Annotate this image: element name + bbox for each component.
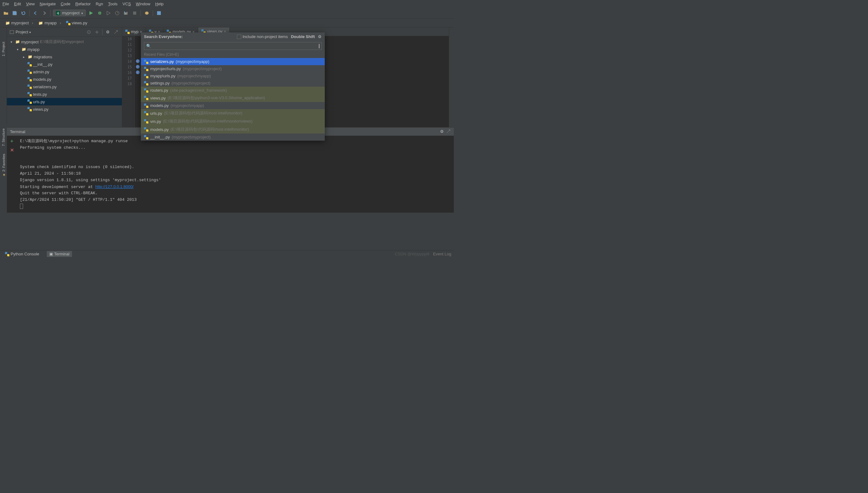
menu-code[interactable]: Code xyxy=(61,2,70,6)
event-log-link[interactable]: Event Log xyxy=(433,252,451,256)
tree-row[interactable]: ▾ myprojectE:\项目源码包\myproject xyxy=(7,38,122,45)
python-icon xyxy=(5,252,9,256)
profile-icon[interactable] xyxy=(114,10,120,17)
open-icon[interactable] xyxy=(2,10,9,17)
bottom-tab-python-console[interactable]: Python Console xyxy=(2,251,42,257)
line-number: 13 xyxy=(122,53,134,59)
server-url-link[interactable]: http://127.0.0.1:8000/ xyxy=(95,184,134,189)
tree-row[interactable]: __init__.py xyxy=(7,61,122,68)
target-icon[interactable] xyxy=(85,29,92,36)
chevron-down-icon xyxy=(29,29,31,34)
tree-row[interactable]: admin.py xyxy=(7,68,122,76)
svg-rect-7 xyxy=(10,30,14,34)
new-session-icon[interactable]: + xyxy=(10,138,14,145)
search-input[interactable] xyxy=(151,44,319,48)
left-tab-favorites[interactable]: ★2: Favorites xyxy=(1,150,6,180)
breadcrumb-item[interactable]: myapp xyxy=(36,20,64,26)
hide-icon[interactable] xyxy=(446,129,451,134)
search-result-row[interactable]: serializers.py (myproject\myapp) xyxy=(141,58,325,65)
run-config-label: myproject xyxy=(62,10,80,15)
run-config-dropdown[interactable]: dj myproject xyxy=(53,10,86,16)
left-tab-structure[interactable]: 7: Structure xyxy=(1,125,6,150)
gutter-mark-1[interactable] xyxy=(135,59,140,65)
tree-row[interactable]: ▾ myapp xyxy=(7,45,122,53)
search-input-wrap[interactable]: 🔍 xyxy=(144,42,321,50)
search-result-row[interactable]: vm.py (E:\项目源码包\代码源码\host-intell\monitor… xyxy=(141,117,325,125)
settings-icon[interactable] xyxy=(143,10,150,17)
hide-icon[interactable] xyxy=(112,29,119,36)
menu-vcs[interactable]: VCS xyxy=(123,2,131,6)
manage-py-icon[interactable] xyxy=(156,10,162,17)
python-icon xyxy=(27,62,32,66)
gutter-mark-2[interactable] xyxy=(135,64,140,70)
shortcut-hint: Double Shift xyxy=(291,34,315,39)
debug-icon[interactable] xyxy=(96,10,103,17)
search-result-row[interactable]: views.py (E:\项目源码包\python3-vue-V3.0.3\ho… xyxy=(141,94,325,102)
gear-icon[interactable] xyxy=(440,129,444,134)
project-tree[interactable]: ▾ myprojectE:\项目源码包\myproject▾ myapp▸ mi… xyxy=(7,37,122,127)
python-icon xyxy=(27,77,32,81)
folder-icon xyxy=(38,21,43,26)
gear-icon[interactable] xyxy=(105,29,111,36)
search-result-row[interactable]: urls.py (E:\项目源码包\代码源码\host-intell\monit… xyxy=(141,109,325,117)
search-result-row[interactable]: models.py (E:\项目源码包\代码源码\host-intell\mon… xyxy=(141,125,325,133)
project-header: Project xyxy=(7,27,122,37)
checkbox-icon[interactable] xyxy=(237,35,241,39)
terminal-content[interactable]: E:\项目源码包\myproject>python manage.py runs… xyxy=(17,136,454,213)
tree-row[interactable]: models.py xyxy=(7,76,122,83)
menu-view[interactable]: View xyxy=(26,2,35,6)
menubar: File Edit View Navigate Code Refactor Ru… xyxy=(0,0,454,7)
tree-row[interactable]: serializers.py xyxy=(7,83,122,90)
tree-row[interactable]: tests.py xyxy=(7,90,122,98)
menu-refactor[interactable]: Refactor xyxy=(75,2,91,6)
search-result-row[interactable]: settings.py (myproject\myproject) xyxy=(141,80,325,87)
breadcrumb: myprojectmyappviews.py xyxy=(0,19,454,27)
tree-row[interactable]: ▸ migrations xyxy=(7,53,122,61)
left-tool-gutter: 1: Project xyxy=(0,27,7,127)
search-result-row[interactable]: myapp\urls.py (myproject\myapp) xyxy=(141,72,325,80)
run-icon[interactable] xyxy=(88,10,94,17)
include-nonproject-check[interactable]: Include non-project items xyxy=(237,34,288,39)
line-number: 17 xyxy=(122,76,134,81)
folder-icon xyxy=(15,39,20,44)
menu-edit[interactable]: Edit xyxy=(14,2,21,6)
run-coverage-icon[interactable] xyxy=(105,10,112,17)
menu-tools[interactable]: Tools xyxy=(108,2,117,6)
search-result-row[interactable]: routers.py (site-packages\rest_framework… xyxy=(141,87,325,94)
tree-row[interactable]: views.py xyxy=(7,105,122,113)
bottom-tab-terminal[interactable]: ▣ Terminal xyxy=(47,251,72,257)
right-tool-gutter xyxy=(449,27,454,127)
menu-navigate[interactable]: Navigate xyxy=(40,2,55,6)
menu-file[interactable]: File xyxy=(2,2,9,6)
menu-run[interactable]: Run xyxy=(96,2,103,6)
python-icon xyxy=(144,104,148,108)
breadcrumb-item[interactable]: myproject xyxy=(2,20,36,26)
search-result-row[interactable]: models.py (myproject\myapp) xyxy=(141,102,325,109)
svg-point-9 xyxy=(89,32,89,33)
close-session-icon[interactable]: ✕ xyxy=(10,147,14,153)
refresh-icon[interactable] xyxy=(20,10,27,17)
search-title: Search Everywhere: xyxy=(144,34,183,39)
left-tab-project[interactable]: 1: Project xyxy=(1,40,6,58)
menu-help[interactable]: Help xyxy=(155,2,164,6)
breadcrumb-item[interactable]: views.py xyxy=(64,20,93,26)
left-tool-gutter-lower: 7: Structure ★2: Favorites xyxy=(0,125,7,180)
back-icon[interactable] xyxy=(32,10,39,17)
save-icon[interactable] xyxy=(11,10,18,17)
python-icon xyxy=(144,127,148,132)
forward-icon[interactable] xyxy=(41,10,48,17)
python-icon xyxy=(144,135,148,140)
tree-row[interactable]: urls.py xyxy=(7,98,122,105)
bottom-toolbar: Python Console ▣ Terminal CSDN @Wpppppll… xyxy=(0,250,454,258)
project-title[interactable]: Project xyxy=(16,29,84,34)
search-result-row[interactable]: myproject\urls.py (myproject\myproject) xyxy=(141,65,325,72)
gutter-mark-3[interactable] xyxy=(135,70,140,76)
python-icon xyxy=(144,74,148,78)
concurrency-icon[interactable] xyxy=(123,10,129,17)
menu-window[interactable]: Window xyxy=(136,2,150,6)
search-result-row[interactable]: __init__.py (myproject\myproject) xyxy=(141,133,325,141)
stop-icon[interactable] xyxy=(131,10,138,17)
gear-icon[interactable] xyxy=(318,34,321,39)
collapse-icon[interactable] xyxy=(93,29,101,36)
python-icon xyxy=(144,81,148,85)
